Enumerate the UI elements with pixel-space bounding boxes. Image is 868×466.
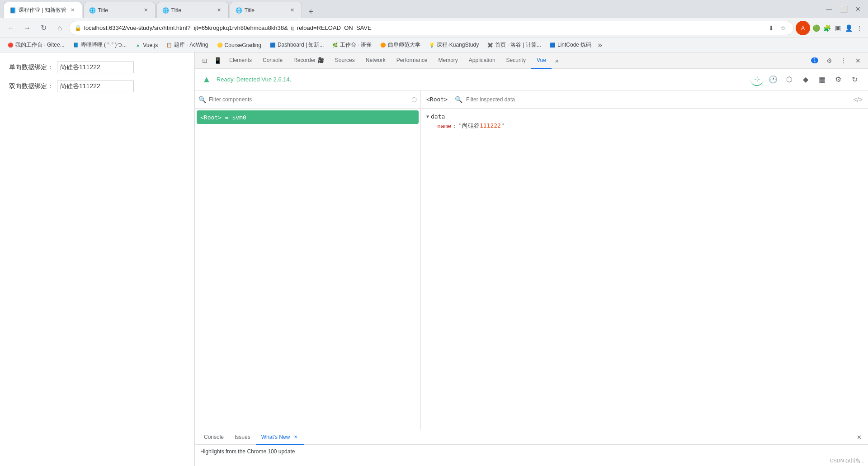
bookmark-dashboard[interactable]: 🟦 Dashboard | 知新...	[266, 39, 328, 51]
device-mode-icon[interactable]: 📱	[211, 54, 224, 67]
back-button[interactable]: ←	[4, 21, 18, 35]
download-icon[interactable]: ⬇	[766, 23, 776, 33]
tab-vue[interactable]: Vue	[531, 52, 552, 69]
extension-icon[interactable]: 🟢	[811, 23, 821, 33]
tab-network[interactable]: Network	[360, 52, 391, 69]
bottom-tab-whats-new-label: What's New	[261, 434, 290, 440]
page-content: 单向数据绑定： 双向数据绑定：	[0, 52, 194, 466]
bookmark-gitee[interactable]: 🔴 我的工作台 · Gitee...	[4, 39, 68, 51]
tab-sources[interactable]: Sources	[330, 52, 360, 69]
bookmarks-more[interactable]: »	[596, 40, 604, 50]
tree-item-root[interactable]: <Root> = $vm0	[197, 110, 419, 124]
bookmark-luogu-icon: ✖️	[487, 42, 493, 48]
profile-icon[interactable]: A	[796, 21, 810, 35]
devtools-tabs: Elements Console Recorder 🎥 Sources Netw…	[224, 52, 808, 69]
data-section-key[interactable]: ▼ data	[426, 112, 863, 121]
data-colon: :	[453, 123, 457, 129]
home-button[interactable]: ⌂	[52, 21, 67, 35]
console-messages-btn[interactable]: 1	[808, 54, 821, 67]
component-search-input[interactable]	[209, 96, 409, 103]
bottom-tab-whats-new-close[interactable]: ✕	[292, 434, 299, 440]
tab-1-close[interactable]: ✕	[69, 7, 76, 14]
vue-search-bar: 🔍 ⬡	[195, 90, 420, 109]
main-area: 单向数据绑定： 双向数据绑定： ⊡ 📱 Elements Console Rec…	[0, 52, 868, 466]
bottom-panel-close-btn[interactable]: ✕	[854, 432, 864, 443]
person-icon[interactable]: 👤	[844, 23, 854, 33]
tab-application[interactable]: Application	[463, 52, 501, 69]
devtools-settings-icon[interactable]: ⚙	[823, 54, 835, 67]
bookmark-vuejs[interactable]: ▲ Vue.js	[131, 40, 161, 50]
tab-1-favicon: 📘	[9, 7, 16, 14]
component-filter-icon[interactable]: ⬡	[411, 96, 417, 103]
tab-2-close[interactable]: ✕	[142, 7, 150, 14]
bottom-tabs: Console Issues What's New ✕ ✕	[195, 430, 868, 445]
tab-1[interactable]: 📘 课程作业 | 知新教管 ✕	[4, 2, 82, 18]
bookmark-yuque-label: 工作台 · 语雀	[340, 41, 372, 49]
tab-3-close[interactable]: ✕	[216, 7, 223, 14]
tab-security[interactable]: Security	[501, 52, 531, 69]
tab-recorder[interactable]: Recorder 🎥	[288, 52, 330, 69]
bookmark-star-icon[interactable]: ☆	[778, 23, 788, 33]
oneway-input[interactable]	[57, 62, 134, 73]
address-box[interactable]: 🔒 localhost:63342/vue-study/src/html.htm…	[69, 21, 794, 35]
bookmark-acwing-label: 题库 · AcWing	[174, 41, 208, 49]
bookmark-kuangstudy[interactable]: 💡 课程·KuangStudy	[425, 39, 482, 51]
vue-component-view-btn[interactable]: ⊹	[750, 73, 763, 86]
tab-4[interactable]: 🌐 Title ✕	[230, 2, 302, 18]
bookmark-acwing[interactable]: 📋 题库 · AcWing	[162, 39, 212, 51]
tab-memory[interactable]: Memory	[433, 52, 463, 69]
devtools-tabs-more[interactable]: »	[552, 57, 562, 64]
bookmark-lintcode-icon: 🟦	[549, 42, 556, 48]
bottom-tab-console-label: Console	[204, 434, 224, 440]
tab-4-close[interactable]: ✕	[289, 7, 296, 14]
bookmark-bilibili[interactable]: 📘 哔哩哔哩 ( °-° )つ...	[69, 39, 131, 51]
forward-button[interactable]: →	[20, 21, 34, 35]
vue-router-btn[interactable]: ⬡	[783, 73, 796, 86]
tab-elements[interactable]: Elements	[224, 52, 257, 69]
tab-2[interactable]: 🌐 Title ✕	[83, 2, 156, 18]
bookmark-coursegrading[interactable]: 🟡 CourseGrading	[213, 40, 265, 50]
vue-tree: <Root> = $vm0	[195, 109, 420, 430]
bookmark-qfnu[interactable]: 🟠 曲阜师范大学	[376, 39, 424, 51]
tab-4-favicon: 🌐	[236, 7, 242, 14]
console-badge: 1	[811, 57, 818, 63]
tab-3[interactable]: 🌐 Title ✕	[156, 2, 229, 18]
bookmark-lintcode[interactable]: 🟦 LintCode 炼码	[546, 39, 595, 51]
bookmark-kuangstudy-icon: 💡	[429, 42, 435, 48]
close-button[interactable]: ✕	[852, 3, 864, 15]
twoway-input[interactable]	[57, 81, 134, 92]
vue-right-header: <Root> 🔍 </>	[421, 90, 868, 109]
window-controls: — ⬜ ✕	[819, 3, 864, 15]
devtools-more-icon[interactable]: ⋮	[837, 54, 850, 67]
bookmark-lintcode-label: LintCode 炼码	[557, 41, 591, 49]
bottom-tab-console[interactable]: Console	[198, 430, 229, 445]
filter-inspected-input[interactable]	[466, 96, 850, 103]
bookmark-luogu[interactable]: ✖️ 首页 · 洛谷 | 计算...	[483, 39, 545, 51]
element-picker-icon[interactable]: ⊡	[198, 54, 211, 67]
vue-refresh-btn[interactable]: ↻	[848, 73, 861, 86]
refresh-button[interactable]: ↻	[36, 21, 51, 35]
vue-timeline-btn[interactable]: 🕐	[767, 73, 779, 86]
devtools-close-icon[interactable]: ✕	[852, 54, 864, 67]
new-tab-button[interactable]: +	[305, 5, 317, 18]
code-editor-icon[interactable]: </>	[854, 96, 863, 103]
sidebar-icon[interactable]: ▣	[833, 23, 843, 33]
vue-settings-btn[interactable]: ⚙	[832, 73, 844, 86]
data-prop-row: name : "尚硅谷111222"	[426, 121, 863, 131]
vue-perf-btn[interactable]: ▦	[816, 73, 828, 86]
toolbar-right: A 🟢 🧩 ▣ 👤 ⋮	[796, 21, 864, 35]
bookmark-luogu-label: 首页 · 洛谷 | 计算...	[495, 41, 541, 49]
tab-console[interactable]: Console	[257, 52, 288, 69]
bookmark-bilibili-icon: 📘	[73, 42, 79, 48]
minimize-button[interactable]: —	[823, 3, 835, 15]
tabs-row: 📘 课程作业 | 知新教管 ✕ 🌐 Title ✕ 🌐 Title ✕ 🌐 Ti…	[4, 0, 819, 18]
bookmark-yuque[interactable]: 🌿 工作台 · 语雀	[328, 39, 375, 51]
vue-vuex-btn[interactable]: ◆	[799, 73, 812, 86]
bottom-tab-whats-new[interactable]: What's New ✕	[256, 430, 305, 445]
puzzle-icon[interactable]: 🧩	[822, 23, 832, 33]
bottom-tab-issues-label: Issues	[235, 434, 250, 440]
maximize-button[interactable]: ⬜	[837, 3, 850, 15]
bottom-tab-issues[interactable]: Issues	[229, 430, 256, 445]
tab-performance[interactable]: Performance	[391, 52, 433, 69]
more-icon[interactable]: ⋮	[854, 23, 864, 33]
